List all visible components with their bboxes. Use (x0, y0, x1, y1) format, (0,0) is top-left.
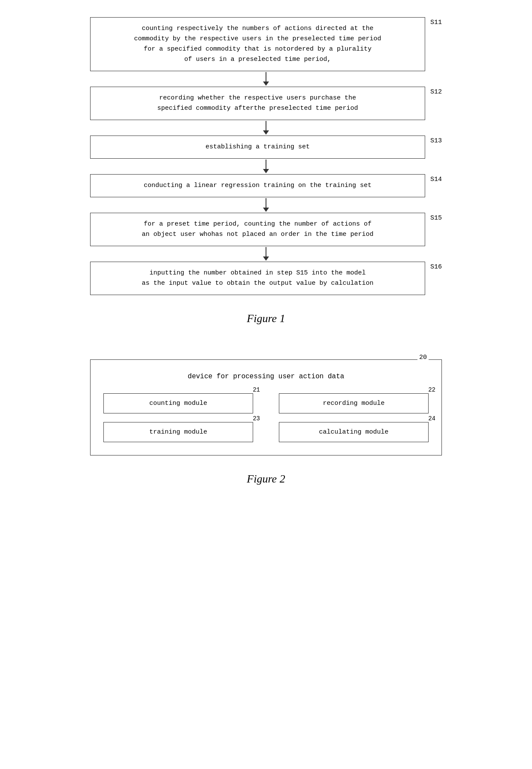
step-box-s13: establishing a training set (90, 136, 425, 159)
step-label-s11: S11 (430, 17, 442, 26)
module-text-recording: recording module (323, 400, 384, 407)
arrow-3 (90, 159, 442, 174)
step-text-s15: for a preset time period, counting the n… (142, 220, 373, 238)
arrow-head-4 (263, 208, 269, 212)
arrow-2 (90, 120, 442, 136)
arrow-down-5 (263, 247, 269, 261)
arrow-down-1 (263, 72, 269, 86)
device-container: 20 device for processing user action dat… (90, 359, 442, 455)
step-label-s16: S16 (430, 262, 442, 271)
module-label-training: 23 (252, 415, 261, 422)
module-wrapper-recording: recording module 22 (279, 393, 429, 413)
module-wrapper-counting: counting module 21 (103, 393, 253, 413)
modules-grid: counting module 21 recording module 22 t… (103, 393, 429, 442)
arrow-down-2 (263, 121, 269, 135)
flow-step-s12: recording whether the respective users p… (90, 87, 442, 120)
module-wrapper-calculating: calculating module 24 (279, 422, 429, 442)
arrow-line-1 (266, 72, 266, 81)
figure2-caption: Figure 2 (247, 473, 285, 486)
step-text-s13: establishing a training set (206, 143, 310, 151)
step-label-s15: S15 (430, 213, 442, 222)
arrow-line-4 (266, 198, 266, 208)
figure1-caption: Figure 1 (247, 312, 285, 325)
arrow-head-2 (263, 130, 269, 135)
step-text-s14: conducting a linear regression training … (144, 182, 372, 189)
step-box-s15: for a preset time period, counting the n… (90, 213, 425, 246)
step-box-s16: inputting the number obtained in step S1… (90, 262, 425, 295)
arrow-head-5 (263, 256, 269, 261)
flow-step-s15: for a preset time period, counting the n… (90, 213, 442, 246)
module-label-recording: 22 (427, 386, 436, 393)
arrow-down-3 (263, 160, 269, 173)
device-label: 20 (417, 354, 429, 361)
module-label-calculating: 24 (427, 415, 436, 422)
flow-step-s11: counting respectively the numbers of act… (90, 17, 442, 71)
step-label-s14: S14 (430, 174, 442, 183)
step-text-s11: counting respectively the numbers of act… (134, 25, 381, 63)
arrow-head-3 (263, 169, 269, 173)
step-text-s12: recording whether the respective users p… (157, 94, 358, 112)
step-box-s14: conducting a linear regression training … (90, 174, 425, 197)
step-label-s12: S12 (430, 87, 442, 96)
step-box-s11: counting respectively the numbers of act… (90, 17, 425, 71)
arrow-4 (90, 197, 442, 213)
figure2-section: 20 device for processing user action dat… (26, 359, 506, 503)
module-text-training: training module (149, 428, 207, 436)
module-text-counting: counting module (149, 400, 207, 407)
module-box-calculating: calculating module (279, 422, 429, 442)
module-wrapper-training: training module 23 (103, 422, 253, 442)
arrow-line-3 (266, 160, 266, 169)
arrow-5 (90, 246, 442, 262)
arrow-line-2 (266, 121, 266, 130)
module-box-recording: recording module (279, 393, 429, 413)
flow-step-s13: establishing a training set S13 (90, 136, 442, 159)
flow-step-s16: inputting the number obtained in step S1… (90, 262, 442, 295)
step-box-s12: recording whether the respective users p… (90, 87, 425, 120)
arrow-1 (90, 71, 442, 87)
step-label-s13: S13 (430, 136, 442, 145)
module-box-counting: counting module (103, 393, 253, 413)
flowchart: counting respectively the numbers of act… (90, 17, 442, 295)
flow-step-s14: conducting a linear regression training … (90, 174, 442, 197)
module-box-training: training module (103, 422, 253, 442)
arrow-line-5 (266, 247, 266, 256)
module-label-counting: 21 (252, 386, 261, 393)
arrow-head-1 (263, 81, 269, 86)
module-text-calculating: calculating module (319, 428, 388, 436)
device-title: device for processing user action data (103, 373, 429, 380)
step-text-s16: inputting the number obtained in step S1… (142, 269, 373, 287)
arrow-down-4 (263, 198, 269, 212)
figure1-section: counting respectively the numbers of act… (26, 17, 506, 342)
